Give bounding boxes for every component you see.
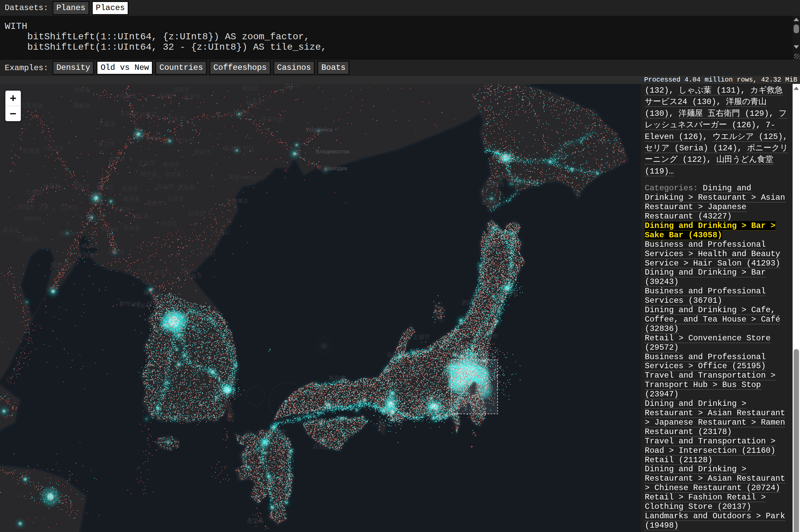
svg-text:通化市: 通化市 <box>146 200 163 206</box>
svg-text:鹿児島: 鹿児島 <box>247 517 264 524</box>
svg-text:新民市: 新民市 <box>73 183 90 190</box>
svg-text:평성시: 평성시 <box>154 268 171 275</box>
svg-text:德惠市: 德惠市 <box>140 111 157 117</box>
svg-text:普兰店区: 普兰店区 <box>50 262 73 268</box>
svg-text:扎鲁特旗: 扎鲁特旗 <box>20 102 43 109</box>
svg-text:北票市: 北票市 <box>26 189 43 195</box>
svg-text:酒田市: 酒田市 <box>461 299 478 306</box>
svg-text:穆棱市: 穆棱市 <box>246 100 263 106</box>
svg-text:白山市: 白山市 <box>157 183 174 190</box>
svg-text:함경북도: 함경북도 <box>226 198 249 204</box>
svg-text:临江市: 临江市 <box>167 196 184 202</box>
svg-text:义县: 义县 <box>38 204 49 210</box>
svg-text:高知県: 高知県 <box>313 444 330 450</box>
svg-text:绥芬河市: 绥芬河市 <box>261 116 284 122</box>
svg-text:登米市: 登米市 <box>501 290 518 296</box>
svg-text:抚松县: 抚松县 <box>178 184 195 190</box>
svg-text:朝阳市: 朝阳市 <box>18 204 35 210</box>
svg-text:辽源市: 辽源市 <box>138 160 155 167</box>
svg-text:吉林省: 吉林省 <box>146 135 163 141</box>
svg-text:洗南市: 洗南市 <box>173 86 190 93</box>
svg-text:北九州市: 北九州市 <box>264 428 287 435</box>
svg-text:建昌县: 建昌县 <box>2 227 20 233</box>
svg-text:鳥取市: 鳥取市 <box>329 375 346 381</box>
svg-text:双辽市: 双辽市 <box>98 141 115 147</box>
svg-text:宽甸县: 宽甸县 <box>123 225 141 231</box>
svg-text:桓仁县: 桓仁县 <box>132 213 149 220</box>
svg-text:평양시: 평양시 <box>143 289 160 296</box>
svg-text:农安县: 农安县 <box>120 110 137 117</box>
svg-text:松原市: 松原市 <box>120 93 137 99</box>
svg-text:面志市: 面志市 <box>284 84 301 89</box>
svg-text:麻山区: 麻山区 <box>242 85 259 91</box>
svg-text:라선시: 라선시 <box>246 174 263 181</box>
svg-text:庄河市: 庄河市 <box>78 252 95 259</box>
svg-text:阜新市: 阜新市 <box>43 183 60 189</box>
svg-text:通辽市: 通辽市 <box>47 145 64 152</box>
svg-text:신포시: 신포시 <box>199 251 216 258</box>
svg-text:회령시: 회령시 <box>229 174 246 180</box>
svg-text:函館市: 函館市 <box>482 199 499 205</box>
svg-text:강원도: 강원도 <box>185 273 203 279</box>
svg-text:牡丹江市: 牡丹江市 <box>228 110 250 117</box>
svg-text:上越市: 上越市 <box>413 334 430 340</box>
svg-text:奈曼旗: 奈曼旗 <box>23 148 40 154</box>
svg-text:金沢: 金沢 <box>387 352 398 358</box>
svg-text:辽中区: 辽中区 <box>61 204 79 211</box>
svg-text:苫小牧市: 苫小牧市 <box>498 173 521 180</box>
svg-text:Уссурийск: Уссурийск <box>306 127 333 133</box>
svg-text:황해남도: 황해남도 <box>119 300 142 307</box>
svg-text:長崎市: 長崎市 <box>237 475 254 481</box>
svg-text:靖宇县: 靖宇县 <box>165 172 182 178</box>
svg-text:洮南市: 洮南市 <box>73 87 90 93</box>
svg-text:锦州市: 锦州市 <box>24 216 42 222</box>
svg-text:자강도: 자강도 <box>161 220 178 227</box>
svg-text:铁岭市: 铁岭市 <box>96 184 113 190</box>
svg-text:延吉市 연길: 延吉市 연길 <box>223 145 254 152</box>
svg-text:凤城市: 凤城市 <box>102 226 119 233</box>
svg-text:부산: 부산 <box>228 392 239 398</box>
svg-text:울산: 울산 <box>227 378 238 384</box>
svg-text:新宾县: 新宾县 <box>123 196 141 202</box>
svg-text:舒兰市: 舒兰市 <box>169 115 186 122</box>
svg-text:兴城市: 兴城市 <box>21 236 39 243</box>
svg-text:室蘭市: 室蘭市 <box>488 181 505 188</box>
svg-text:蛟河市: 蛟河市 <box>177 137 194 144</box>
svg-text:岫岩县: 岫岩县 <box>82 242 99 249</box>
svg-text:通榆县: 通榆县 <box>73 102 90 109</box>
svg-text:四平市: 四平市 <box>109 156 126 163</box>
svg-text:桦甸市: 桦甸市 <box>163 162 180 168</box>
svg-text:榆树市: 榆树市 <box>160 92 177 99</box>
svg-text:长岭县: 长岭县 <box>99 120 116 127</box>
svg-text:柳河县: 柳河县 <box>140 171 157 177</box>
svg-text:량강도: 량강도 <box>188 210 205 216</box>
svg-text:원산시: 원산시 <box>180 267 198 273</box>
svg-text:清原县: 清原县 <box>121 185 139 192</box>
svg-text:Находка: Находка <box>325 165 347 172</box>
svg-text:日立市: 日立市 <box>478 352 495 359</box>
svg-text:鞍山市: 鞍山市 <box>87 214 104 220</box>
svg-text:本溪市: 本溪市 <box>114 206 131 213</box>
svg-text:敦化市: 敦化市 <box>194 149 211 155</box>
svg-text:五常市: 五常市 <box>184 94 201 100</box>
svg-text:단천시: 단천시 <box>213 230 230 236</box>
svg-text:いわき市: いわき市 <box>475 333 498 339</box>
svg-text:丹东市: 丹东市 <box>108 249 125 256</box>
svg-text:营口市: 营口市 <box>59 231 77 237</box>
svg-text:Владивосток: Владивосток <box>315 148 350 155</box>
svg-text:浜松市: 浜松市 <box>419 408 436 415</box>
